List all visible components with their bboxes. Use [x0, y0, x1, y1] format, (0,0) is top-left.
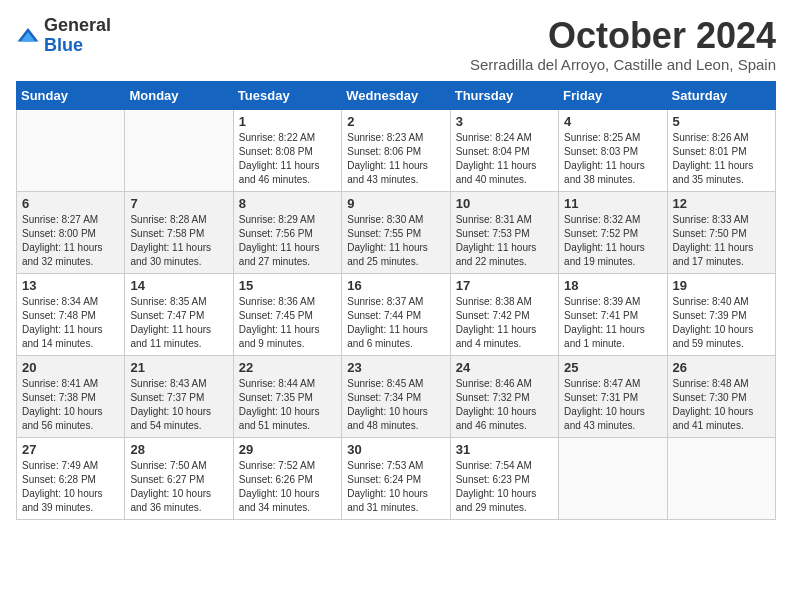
- day-info: Sunrise: 8:29 AM Sunset: 7:56 PM Dayligh…: [239, 213, 336, 269]
- calendar-table: SundayMondayTuesdayWednesdayThursdayFrid…: [16, 81, 776, 520]
- calendar-cell: 29Sunrise: 7:52 AM Sunset: 6:26 PM Dayli…: [233, 437, 341, 519]
- day-info: Sunrise: 8:38 AM Sunset: 7:42 PM Dayligh…: [456, 295, 553, 351]
- weekday-header-thursday: Thursday: [450, 81, 558, 109]
- day-number: 18: [564, 278, 661, 293]
- logo-blue-text: Blue: [44, 36, 111, 56]
- calendar-header-row: SundayMondayTuesdayWednesdayThursdayFrid…: [17, 81, 776, 109]
- calendar-cell: 6Sunrise: 8:27 AM Sunset: 8:00 PM Daylig…: [17, 191, 125, 273]
- calendar-week-row: 27Sunrise: 7:49 AM Sunset: 6:28 PM Dayli…: [17, 437, 776, 519]
- logo: General Blue: [16, 16, 111, 56]
- day-info: Sunrise: 8:41 AM Sunset: 7:38 PM Dayligh…: [22, 377, 119, 433]
- day-info: Sunrise: 8:46 AM Sunset: 7:32 PM Dayligh…: [456, 377, 553, 433]
- day-info: Sunrise: 8:26 AM Sunset: 8:01 PM Dayligh…: [673, 131, 770, 187]
- day-number: 9: [347, 196, 444, 211]
- day-number: 1: [239, 114, 336, 129]
- calendar-cell: [559, 437, 667, 519]
- calendar-cell: 17Sunrise: 8:38 AM Sunset: 7:42 PM Dayli…: [450, 273, 558, 355]
- day-info: Sunrise: 8:22 AM Sunset: 8:08 PM Dayligh…: [239, 131, 336, 187]
- calendar-cell: 22Sunrise: 8:44 AM Sunset: 7:35 PM Dayli…: [233, 355, 341, 437]
- day-number: 3: [456, 114, 553, 129]
- day-number: 4: [564, 114, 661, 129]
- calendar-cell: 24Sunrise: 8:46 AM Sunset: 7:32 PM Dayli…: [450, 355, 558, 437]
- day-info: Sunrise: 8:40 AM Sunset: 7:39 PM Dayligh…: [673, 295, 770, 351]
- day-info: Sunrise: 8:30 AM Sunset: 7:55 PM Dayligh…: [347, 213, 444, 269]
- calendar-cell: 14Sunrise: 8:35 AM Sunset: 7:47 PM Dayli…: [125, 273, 233, 355]
- day-info: Sunrise: 8:24 AM Sunset: 8:04 PM Dayligh…: [456, 131, 553, 187]
- logo-general-text: General: [44, 16, 111, 36]
- day-info: Sunrise: 7:50 AM Sunset: 6:27 PM Dayligh…: [130, 459, 227, 515]
- day-number: 16: [347, 278, 444, 293]
- calendar-cell: [667, 437, 775, 519]
- calendar-cell: [125, 109, 233, 191]
- day-number: 13: [22, 278, 119, 293]
- day-number: 28: [130, 442, 227, 457]
- title-block: October 2024 Serradilla del Arroyo, Cast…: [470, 16, 776, 73]
- calendar-cell: 15Sunrise: 8:36 AM Sunset: 7:45 PM Dayli…: [233, 273, 341, 355]
- day-info: Sunrise: 8:44 AM Sunset: 7:35 PM Dayligh…: [239, 377, 336, 433]
- calendar-week-row: 1Sunrise: 8:22 AM Sunset: 8:08 PM Daylig…: [17, 109, 776, 191]
- day-info: Sunrise: 8:23 AM Sunset: 8:06 PM Dayligh…: [347, 131, 444, 187]
- logo-icon: [16, 24, 40, 48]
- day-info: Sunrise: 8:33 AM Sunset: 7:50 PM Dayligh…: [673, 213, 770, 269]
- day-number: 8: [239, 196, 336, 211]
- day-number: 5: [673, 114, 770, 129]
- day-info: Sunrise: 7:52 AM Sunset: 6:26 PM Dayligh…: [239, 459, 336, 515]
- calendar-week-row: 6Sunrise: 8:27 AM Sunset: 8:00 PM Daylig…: [17, 191, 776, 273]
- day-info: Sunrise: 8:34 AM Sunset: 7:48 PM Dayligh…: [22, 295, 119, 351]
- calendar-cell: 16Sunrise: 8:37 AM Sunset: 7:44 PM Dayli…: [342, 273, 450, 355]
- day-number: 6: [22, 196, 119, 211]
- day-info: Sunrise: 8:27 AM Sunset: 8:00 PM Dayligh…: [22, 213, 119, 269]
- day-info: Sunrise: 8:45 AM Sunset: 7:34 PM Dayligh…: [347, 377, 444, 433]
- day-number: 27: [22, 442, 119, 457]
- calendar-cell: 12Sunrise: 8:33 AM Sunset: 7:50 PM Dayli…: [667, 191, 775, 273]
- day-number: 19: [673, 278, 770, 293]
- calendar-cell: 1Sunrise: 8:22 AM Sunset: 8:08 PM Daylig…: [233, 109, 341, 191]
- day-info: Sunrise: 7:54 AM Sunset: 6:23 PM Dayligh…: [456, 459, 553, 515]
- day-number: 30: [347, 442, 444, 457]
- day-number: 23: [347, 360, 444, 375]
- calendar-cell: 9Sunrise: 8:30 AM Sunset: 7:55 PM Daylig…: [342, 191, 450, 273]
- calendar-cell: 7Sunrise: 8:28 AM Sunset: 7:58 PM Daylig…: [125, 191, 233, 273]
- calendar-cell: 26Sunrise: 8:48 AM Sunset: 7:30 PM Dayli…: [667, 355, 775, 437]
- day-info: Sunrise: 8:37 AM Sunset: 7:44 PM Dayligh…: [347, 295, 444, 351]
- day-number: 7: [130, 196, 227, 211]
- calendar-cell: 20Sunrise: 8:41 AM Sunset: 7:38 PM Dayli…: [17, 355, 125, 437]
- day-number: 31: [456, 442, 553, 457]
- calendar-cell: 4Sunrise: 8:25 AM Sunset: 8:03 PM Daylig…: [559, 109, 667, 191]
- calendar-cell: 21Sunrise: 8:43 AM Sunset: 7:37 PM Dayli…: [125, 355, 233, 437]
- day-number: 14: [130, 278, 227, 293]
- weekday-header-wednesday: Wednesday: [342, 81, 450, 109]
- calendar-cell: 5Sunrise: 8:26 AM Sunset: 8:01 PM Daylig…: [667, 109, 775, 191]
- calendar-cell: 30Sunrise: 7:53 AM Sunset: 6:24 PM Dayli…: [342, 437, 450, 519]
- calendar-cell: 27Sunrise: 7:49 AM Sunset: 6:28 PM Dayli…: [17, 437, 125, 519]
- page-header: General Blue October 2024 Serradilla del…: [16, 16, 776, 73]
- day-info: Sunrise: 8:31 AM Sunset: 7:53 PM Dayligh…: [456, 213, 553, 269]
- day-info: Sunrise: 8:48 AM Sunset: 7:30 PM Dayligh…: [673, 377, 770, 433]
- day-number: 11: [564, 196, 661, 211]
- day-info: Sunrise: 7:53 AM Sunset: 6:24 PM Dayligh…: [347, 459, 444, 515]
- day-number: 29: [239, 442, 336, 457]
- calendar-cell: 31Sunrise: 7:54 AM Sunset: 6:23 PM Dayli…: [450, 437, 558, 519]
- day-info: Sunrise: 8:47 AM Sunset: 7:31 PM Dayligh…: [564, 377, 661, 433]
- day-number: 17: [456, 278, 553, 293]
- day-info: Sunrise: 8:28 AM Sunset: 7:58 PM Dayligh…: [130, 213, 227, 269]
- day-info: Sunrise: 8:36 AM Sunset: 7:45 PM Dayligh…: [239, 295, 336, 351]
- day-number: 24: [456, 360, 553, 375]
- day-info: Sunrise: 8:32 AM Sunset: 7:52 PM Dayligh…: [564, 213, 661, 269]
- calendar-week-row: 13Sunrise: 8:34 AM Sunset: 7:48 PM Dayli…: [17, 273, 776, 355]
- calendar-week-row: 20Sunrise: 8:41 AM Sunset: 7:38 PM Dayli…: [17, 355, 776, 437]
- day-number: 26: [673, 360, 770, 375]
- calendar-cell: 13Sunrise: 8:34 AM Sunset: 7:48 PM Dayli…: [17, 273, 125, 355]
- day-number: 20: [22, 360, 119, 375]
- weekday-header-monday: Monday: [125, 81, 233, 109]
- month-title: October 2024: [470, 16, 776, 56]
- day-number: 22: [239, 360, 336, 375]
- calendar-cell: 8Sunrise: 8:29 AM Sunset: 7:56 PM Daylig…: [233, 191, 341, 273]
- weekday-header-sunday: Sunday: [17, 81, 125, 109]
- weekday-header-tuesday: Tuesday: [233, 81, 341, 109]
- day-number: 2: [347, 114, 444, 129]
- weekday-header-saturday: Saturday: [667, 81, 775, 109]
- day-info: Sunrise: 8:35 AM Sunset: 7:47 PM Dayligh…: [130, 295, 227, 351]
- day-number: 15: [239, 278, 336, 293]
- calendar-cell: 3Sunrise: 8:24 AM Sunset: 8:04 PM Daylig…: [450, 109, 558, 191]
